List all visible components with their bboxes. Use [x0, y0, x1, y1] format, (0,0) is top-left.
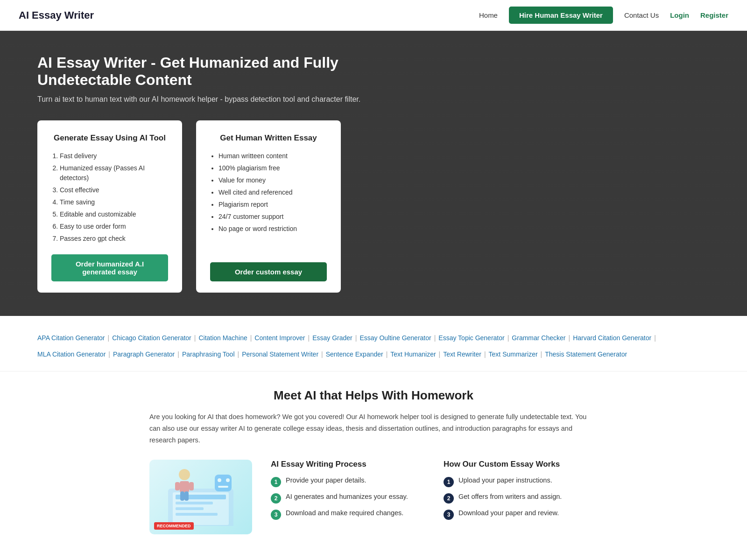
ai-list-item: Time saving — [60, 197, 168, 207]
tool-link[interactable]: Harvard Citation Generator — [573, 331, 651, 345]
custom-step-2: 2 Get offers from writers and assign. — [444, 493, 598, 504]
tool-separator: | — [439, 347, 441, 362]
illustration: RECOMMENDED — [149, 460, 252, 534]
custom-step-3-text: Download your paper and review. — [458, 509, 559, 517]
human-list-item: 100% plagiarism free — [218, 163, 327, 173]
ai-essay-card: Generate Essay Using AI Tool Fast delive… — [37, 120, 182, 293]
tools-links: APA Citation Generator|Chicago Citation … — [37, 331, 710, 362]
tool-link[interactable]: Paraphrasing Tool — [182, 347, 235, 362]
tool-separator: | — [194, 331, 196, 345]
ai-list-item: Fast delivery — [60, 151, 168, 161]
meet-section-body: Are you looking for AI that does homewor… — [149, 411, 598, 447]
ai-step-1: 1 Provide your paper details. — [271, 476, 425, 487]
tool-link[interactable]: Essay Oultine Generator — [359, 331, 431, 345]
tool-link[interactable]: APA Citation Generator — [37, 331, 105, 345]
tool-link[interactable]: Personal Statement Writer — [242, 347, 318, 362]
svg-rect-5 — [176, 513, 218, 516]
tool-separator: | — [386, 347, 388, 362]
tool-separator: | — [434, 331, 436, 345]
tool-link[interactable]: Content Improver — [254, 331, 305, 345]
custom-step-num-3: 3 — [444, 510, 454, 520]
meet-section-title: Meet AI that Helps With Homework — [37, 388, 710, 403]
human-card-list: Human writteen content 100% plagiarism f… — [210, 151, 327, 254]
tool-link[interactable]: Thesis Statement Generator — [545, 347, 627, 362]
step-num-3: 3 — [271, 510, 281, 520]
content-section: Meet AI that Helps With Homework Are you… — [0, 371, 747, 548]
ai-step-3: 3 Download and make required changes. — [271, 509, 425, 520]
tool-link[interactable]: Text Rewriter — [443, 347, 481, 362]
tool-link[interactable]: Citation Machine — [198, 331, 247, 345]
hero-section: AI Essay Writer - Get Humanized and Full… — [0, 31, 747, 316]
nav-logo: AI Essay Writer — [19, 9, 94, 21]
ai-list-item: Editable and customizable — [60, 210, 168, 219]
tool-link[interactable]: Essay Topic Generator — [438, 331, 504, 345]
tool-separator: | — [654, 331, 656, 345]
tool-link[interactable]: Essay Grader — [312, 331, 352, 345]
nav-links: Home Hire Human Essay Writer Contact Us … — [479, 7, 728, 24]
ai-card-list: Fast delivery Humanized essay (Passes AI… — [51, 151, 168, 246]
ai-list-item: Easy to use order form — [60, 222, 168, 231]
tools-section: APA Citation Generator|Chicago Citation … — [0, 316, 747, 371]
custom-step-3: 3 Download your paper and review. — [444, 509, 598, 520]
order-custom-essay-button[interactable]: Order custom essay — [210, 262, 327, 281]
human-list-item: Value for money — [218, 175, 327, 185]
svg-rect-7 — [215, 475, 232, 491]
step-num-2: 2 — [271, 493, 281, 504]
svg-rect-10 — [218, 486, 228, 488]
ai-list-item: Cost effective — [60, 185, 168, 195]
human-list-item: Human writteen content — [218, 151, 327, 161]
hero-content: AI Essay Writer - Get Humanized and Full… — [37, 54, 710, 293]
svg-rect-3 — [176, 502, 213, 504]
tool-link[interactable]: Sentence Expander — [326, 347, 383, 362]
custom-process-title: How Our Custom Essay Works — [444, 460, 598, 469]
human-list-item: 24/7 customer support — [218, 212, 327, 222]
nav-login[interactable]: Login — [670, 11, 689, 19]
svg-rect-16 — [184, 491, 189, 501]
ai-step-3-text: Download and make required changes. — [286, 509, 403, 517]
tool-link[interactable]: Chicago Citation Generator — [112, 331, 191, 345]
bottom-cards: RECOMMENDED AI Essay Writing Process 1 P… — [149, 460, 598, 534]
tool-link[interactable]: Text Humanizer — [390, 347, 436, 362]
human-list-item: Well cited and referenced — [218, 188, 327, 197]
custom-step-num-2: 2 — [444, 493, 454, 504]
recommended-badge: RECOMMENDED — [154, 522, 194, 530]
svg-point-9 — [226, 478, 230, 482]
ai-step-1-text: Provide your paper details. — [286, 476, 366, 484]
svg-rect-15 — [180, 491, 184, 501]
svg-point-8 — [218, 478, 221, 482]
tool-separator: | — [355, 331, 357, 345]
tool-separator: | — [541, 347, 543, 362]
ai-list-item: Passes zero gpt check — [60, 234, 168, 244]
custom-step-num-1: 1 — [444, 477, 454, 487]
tool-separator: | — [238, 347, 240, 362]
svg-rect-12 — [180, 481, 189, 492]
human-essay-card: Get Human Written Essay Human writteen c… — [196, 120, 341, 293]
custom-step-1-text: Upload your paper instructions. — [458, 476, 552, 484]
step-num-1: 1 — [271, 477, 281, 487]
tool-link[interactable]: Grammar Checker — [512, 331, 565, 345]
tool-separator: | — [568, 331, 570, 345]
tool-separator: | — [250, 331, 252, 345]
hero-subtitle: Turn ai text to human text with our AI h… — [37, 95, 364, 104]
svg-rect-13 — [175, 482, 180, 490]
nav-home[interactable]: Home — [479, 11, 498, 19]
order-ai-essay-button[interactable]: Order humanized A.I generated essay — [51, 254, 168, 281]
svg-point-11 — [179, 469, 190, 480]
tool-separator: | — [108, 347, 110, 362]
ai-step-2-text: AI generates and humanizes your essay. — [286, 493, 408, 500]
tool-link[interactable]: MLA Citation Generator — [37, 347, 106, 362]
custom-step-2-text: Get offers from writers and assign. — [458, 493, 562, 500]
human-list-item: Plagiarism report — [218, 200, 327, 210]
tool-separator: | — [321, 347, 323, 362]
tool-link[interactable]: Paragraph Generator — [113, 347, 175, 362]
ai-process-col: AI Essay Writing Process 1 Provide your … — [271, 460, 425, 525]
nav-hire-button[interactable]: Hire Human Essay Writer — [509, 7, 613, 24]
nav-contact[interactable]: Contact Us — [624, 11, 659, 19]
nav-register[interactable]: Register — [700, 11, 728, 19]
tool-link[interactable]: Text Summarizer — [489, 347, 538, 362]
tool-separator: | — [308, 331, 310, 345]
ai-card-title: Generate Essay Using AI Tool — [51, 133, 168, 143]
human-list-item: No page or word restriction — [218, 224, 327, 234]
svg-rect-4 — [176, 507, 204, 510]
hero-title: AI Essay Writer - Get Humanized and Full… — [37, 54, 374, 89]
